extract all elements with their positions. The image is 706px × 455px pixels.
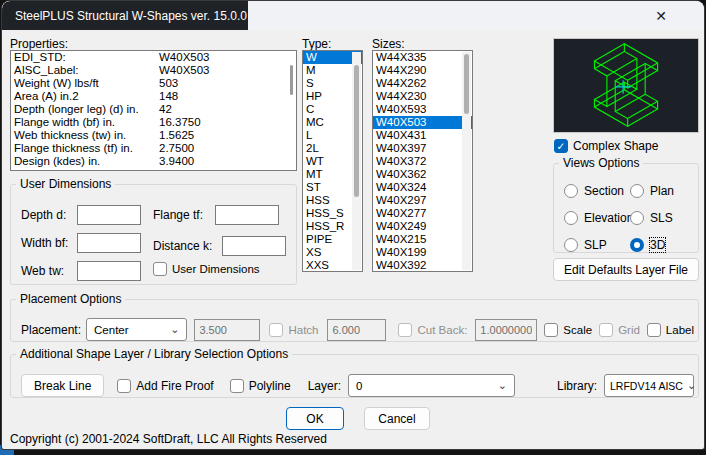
- radio-plan-label: Plan: [650, 184, 674, 198]
- views-options-group-label: Views Options: [559, 156, 643, 170]
- flange-tf-field[interactable]: [215, 205, 279, 225]
- property-row: Area (A) in.2 148: [11, 90, 296, 103]
- property-value: 16.3750: [159, 116, 201, 129]
- property-value: 1.5625: [159, 129, 194, 142]
- checkbox-icon: [269, 323, 283, 337]
- property-name: Flange width (bf) in.: [14, 116, 159, 129]
- placement-select[interactable]: Center ⌄: [86, 318, 187, 341]
- size-list-item[interactable]: W44X335: [373, 51, 472, 64]
- type-scrollbar-thumb[interactable]: [354, 65, 359, 197]
- radio-3d-label: 3D: [650, 238, 665, 252]
- complex-shape-checkbox[interactable]: ✓ Complex Shape: [554, 139, 658, 153]
- properties-listbox[interactable]: EDI_STD: W40X503 AISC_Label: W40X503 Wei…: [10, 50, 297, 171]
- size-list-item[interactable]: W40X372: [373, 155, 472, 168]
- size-list-item[interactable]: W44X290: [373, 64, 472, 77]
- width-bf-label: Width bf:: [21, 236, 68, 250]
- radio-3d[interactable]: 3D: [630, 238, 665, 252]
- label-checkbox[interactable]: Label: [647, 323, 694, 337]
- grid-label: Grid: [618, 324, 640, 336]
- additional-options-group: Additional Shape Layer / Library Selecti…: [10, 347, 699, 398]
- property-row: Web thickness (tw) in. 1.5625: [11, 129, 296, 142]
- checkbox-icon: [230, 379, 244, 393]
- size-list-item[interactable]: W44X262: [373, 77, 472, 90]
- size-list-item[interactable]: W44X230: [373, 90, 472, 103]
- wireframe-3d-preview: [554, 39, 698, 132]
- property-name: AISC_Label:: [14, 64, 159, 77]
- size-list-item[interactable]: W40X199: [373, 246, 472, 259]
- size-list-item[interactable]: W40X297: [373, 194, 472, 207]
- property-name: Flange thickness (tf) in.: [14, 142, 159, 155]
- type-scrollbar[interactable]: [352, 52, 361, 270]
- views-options-group: Views Options Section Plan Elevation SLS…: [553, 156, 699, 253]
- size-list-item[interactable]: W40X392: [373, 259, 472, 272]
- library-select-value: LRFDV14 AISC: [610, 380, 683, 392]
- placement-label: Placement:: [21, 323, 81, 337]
- window-title: SteelPLUS Structural W-Shapes ver. 15.0.…: [15, 9, 247, 23]
- property-value: 42: [159, 103, 172, 116]
- distance-k-label: Distance k:: [153, 239, 212, 253]
- distance-k-field[interactable]: [222, 236, 286, 256]
- chevron-down-icon: ⌄: [170, 323, 179, 336]
- size-list-item[interactable]: W40X324: [373, 181, 472, 194]
- edit-defaults-layer-file-button[interactable]: Edit Defaults Layer File: [553, 258, 699, 281]
- size-list-item[interactable]: W40X397: [373, 142, 472, 155]
- radio-icon: [564, 238, 578, 252]
- chevron-down-icon: ⌄: [498, 379, 507, 392]
- radio-plan[interactable]: Plan: [630, 184, 674, 198]
- property-value: 2.7500: [159, 142, 194, 155]
- ok-button[interactable]: OK: [286, 407, 344, 430]
- checkbox-checked-icon: ✓: [554, 139, 568, 153]
- size-list-item[interactable]: W40X362: [373, 168, 472, 181]
- user-dimensions-checkbox[interactable]: User Dimensions: [153, 262, 260, 276]
- sizes-listbox[interactable]: W44X335 W44X290 W44X262 W44X230 W40X593 …: [372, 50, 473, 272]
- radio-icon: [630, 184, 644, 198]
- radio-section[interactable]: Section: [564, 184, 624, 198]
- size-list-item[interactable]: W40X249: [373, 220, 472, 233]
- checkbox-icon: [398, 323, 412, 337]
- checkbox-icon: [544, 323, 558, 337]
- depth-d-field[interactable]: [77, 205, 141, 225]
- property-row: Design (kdes) in. 3.9400: [11, 155, 296, 168]
- size-list-item[interactable]: W40X215: [373, 233, 472, 246]
- properties-scrollbar[interactable]: [290, 65, 293, 95]
- property-value: W40X503: [159, 51, 210, 64]
- property-name: Weight (W) lbs/ft: [14, 77, 159, 90]
- sizes-scrollbar-thumb[interactable]: [464, 54, 469, 114]
- radio-sls-label: SLS: [650, 211, 673, 225]
- title-bar-dark-segment: SteelPLUS Structural W-Shapes ver. 15.0.…: [2, 1, 248, 30]
- scale-label: Scale: [563, 324, 592, 336]
- sizes-scrollbar[interactable]: [462, 52, 471, 270]
- offset-field: [194, 319, 260, 341]
- size-list-item[interactable]: W40X503: [373, 116, 472, 129]
- size-list-item[interactable]: W40X593: [373, 103, 472, 116]
- radio-elevation-label: Elevation: [584, 211, 633, 225]
- scale-checkbox[interactable]: Scale: [544, 323, 592, 337]
- cut-back-checkbox: Cut Back:: [398, 323, 467, 337]
- break-line-button[interactable]: Break Line: [21, 374, 104, 397]
- library-select[interactable]: LRFDV14 AISC ⌄: [604, 374, 694, 397]
- radio-slp[interactable]: SLP: [564, 238, 607, 252]
- add-fire-proof-checkbox[interactable]: Add Fire Proof: [117, 379, 213, 393]
- web-tw-field[interactable]: [77, 261, 141, 281]
- size-list-item[interactable]: W40X277: [373, 207, 472, 220]
- label-label: Label: [666, 324, 694, 336]
- grid-checkbox: Grid: [599, 323, 640, 337]
- width-bf-field[interactable]: [77, 233, 141, 253]
- cancel-button[interactable]: Cancel: [364, 407, 430, 430]
- layer-select[interactable]: 0 ⌄: [348, 374, 515, 397]
- title-bar[interactable]: SteelPLUS Structural W-Shapes ver. 15.0.…: [2, 1, 704, 30]
- radio-elevation[interactable]: Elevation: [564, 211, 633, 225]
- close-icon[interactable]: ✕: [644, 1, 678, 30]
- radio-sls[interactable]: SLS: [630, 211, 673, 225]
- type-listbox[interactable]: W M S HP C MC L 2L WT MT ST HSS HSS_S HS…: [302, 50, 363, 272]
- polyline-checkbox[interactable]: Polyline: [230, 379, 291, 393]
- size-list-item[interactable]: W40X431: [373, 129, 472, 142]
- property-row: AISC_Label: W40X503: [11, 64, 296, 77]
- add-fire-proof-label: Add Fire Proof: [136, 379, 213, 393]
- hatch-checkbox: Hatch: [269, 323, 318, 337]
- hatch-label: Hatch: [288, 324, 318, 336]
- property-name: EDI_STD:: [14, 51, 159, 64]
- property-row: Weight (W) lbs/ft 503: [11, 77, 296, 90]
- checkbox-icon: [153, 262, 167, 276]
- library-label: Library:: [557, 379, 597, 393]
